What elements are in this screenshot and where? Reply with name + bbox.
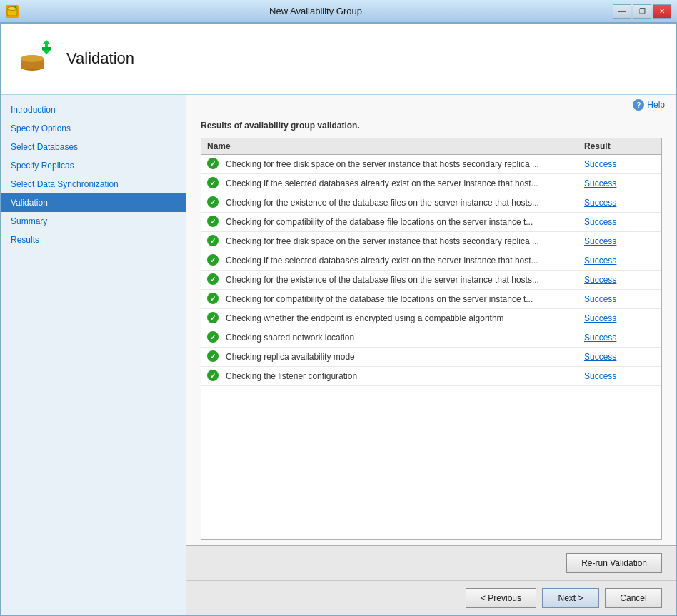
- success-icon: ✓: [207, 331, 220, 344]
- row-result[interactable]: Success: [584, 256, 656, 266]
- success-icon: ✓: [207, 177, 220, 190]
- page-header: Validation: [1, 24, 676, 95]
- table-body: ✓Checking for free disk space on the ser…: [201, 155, 661, 386]
- previous-button[interactable]: < Previous: [466, 588, 536, 608]
- sidebar-item-results[interactable]: Results: [1, 231, 186, 249]
- help-label: Help: [647, 100, 665, 110]
- row-result[interactable]: Success: [584, 313, 656, 323]
- success-icon: ✓: [207, 235, 220, 248]
- success-icon: ✓: [207, 158, 220, 171]
- footer: Re-run Validation < Previous Next > Canc…: [186, 545, 676, 615]
- success-icon: ✓: [207, 273, 220, 286]
- table-row[interactable]: ✓Checking for compatibility of the datab…: [201, 213, 661, 232]
- row-name: Checking the listener configuration: [226, 371, 584, 381]
- row-name: Checking for free disk space on the serv…: [226, 159, 584, 169]
- table-header: Name Result: [201, 138, 661, 155]
- row-name: Checking shared network location: [226, 333, 584, 343]
- row-name: Checking replica availability mode: [226, 352, 584, 362]
- success-icon: ✓: [207, 312, 220, 325]
- restore-button[interactable]: ❐: [633, 4, 651, 19]
- help-icon: ?: [633, 99, 644, 111]
- header-icon: [15, 39, 55, 79]
- footer-rerun: Re-run Validation: [186, 546, 676, 581]
- table-row[interactable]: ✓Checking for the existence of the datab…: [201, 193, 661, 213]
- content-area: ? Help Results of availability group val…: [186, 95, 676, 615]
- sidebar-item-specify-options[interactable]: Specify Options: [1, 119, 186, 138]
- section-description: Results of availability group validation…: [201, 121, 662, 131]
- page-title: Validation: [66, 49, 134, 68]
- sidebar-item-select-data-sync[interactable]: Select Data Synchronization: [1, 175, 186, 193]
- content-header: ? Help: [186, 95, 676, 115]
- row-result[interactable]: Success: [584, 275, 656, 285]
- sidebar-item-validation[interactable]: Validation: [1, 193, 186, 212]
- row-name: Checking for the existence of the databa…: [226, 275, 584, 285]
- table-row[interactable]: ✓Checking replica availability modeSucce…: [201, 348, 661, 367]
- content-body: Results of availability group validation…: [186, 115, 676, 545]
- rerun-validation-button[interactable]: Re-run Validation: [566, 553, 662, 573]
- svg-rect-10: [42, 47, 51, 50]
- cancel-button[interactable]: Cancel: [605, 588, 662, 608]
- table-row[interactable]: ✓Checking if the selected databases alre…: [201, 174, 661, 193]
- table-row[interactable]: ✓Checking for compatibility of the datab…: [201, 290, 661, 309]
- window-title: New Availability Group: [19, 6, 613, 16]
- row-result[interactable]: Success: [584, 352, 656, 362]
- svg-point-6: [21, 55, 44, 62]
- col-result-header: Result: [584, 141, 656, 151]
- table-row[interactable]: ✓Checking if the selected databases alre…: [201, 251, 661, 271]
- success-icon: ✓: [207, 254, 220, 267]
- table-row[interactable]: ✓Checking shared network locationSuccess: [201, 328, 661, 348]
- row-name: Checking for the existence of the databa…: [226, 198, 584, 208]
- window-controls: — ❐ ✕: [613, 4, 671, 19]
- row-result[interactable]: Success: [584, 371, 656, 381]
- validation-table: Name Result ✓Checking for free disk spac…: [201, 138, 662, 540]
- table-row[interactable]: ✓Checking the listener configurationSucc…: [201, 367, 661, 386]
- row-result[interactable]: Success: [584, 333, 656, 343]
- body-container: Introduction Specify Options Select Data…: [1, 95, 676, 615]
- row-result[interactable]: Success: [584, 198, 656, 208]
- success-icon: ✓: [207, 370, 220, 383]
- sidebar-item-select-databases[interactable]: Select Databases: [1, 138, 186, 156]
- minimize-button[interactable]: —: [613, 4, 631, 19]
- table-row[interactable]: ✓Checking for free disk space on the ser…: [201, 155, 661, 174]
- row-name: Checking for compatibility of the databa…: [226, 217, 584, 227]
- row-name: Checking if the selected databases alrea…: [226, 256, 584, 266]
- table-row[interactable]: ✓Checking whether the endpoint is encryp…: [201, 309, 661, 328]
- row-name: Checking if the selected databases alrea…: [226, 178, 584, 188]
- close-button[interactable]: ✕: [653, 4, 671, 19]
- sidebar-item-specify-replicas[interactable]: Specify Replicas: [1, 156, 186, 175]
- success-icon: ✓: [207, 216, 220, 228]
- help-link[interactable]: ? Help: [633, 99, 665, 111]
- sidebar: Introduction Specify Options Select Data…: [1, 95, 186, 615]
- row-name: Checking whether the endpoint is encrypt…: [226, 313, 584, 323]
- table-row[interactable]: ✓Checking for the existence of the datab…: [201, 271, 661, 290]
- footer-buttons: < Previous Next > Cancel: [186, 581, 676, 615]
- svg-marker-7: [42, 40, 51, 44]
- success-icon: ✓: [207, 196, 220, 209]
- sidebar-item-summary[interactable]: Summary: [1, 212, 186, 231]
- svg-marker-8: [42, 50, 51, 54]
- table-row[interactable]: ✓Checking for free disk space on the ser…: [201, 232, 661, 251]
- row-name: Checking for compatibility of the databa…: [226, 294, 584, 304]
- success-icon: ✓: [207, 293, 220, 306]
- row-result[interactable]: Success: [584, 294, 656, 304]
- main-window: Validation Introduction Specify Options …: [0, 23, 677, 616]
- title-bar: New Availability Group — ❐ ✕: [0, 0, 677, 23]
- sidebar-item-introduction[interactable]: Introduction: [1, 101, 186, 119]
- col-name-header: Name: [207, 141, 584, 151]
- row-result[interactable]: Success: [584, 159, 656, 169]
- next-button[interactable]: Next >: [542, 588, 599, 608]
- row-result[interactable]: Success: [584, 217, 656, 227]
- success-icon: ✓: [207, 350, 220, 363]
- row-name: Checking for free disk space on the serv…: [226, 236, 584, 246]
- row-result[interactable]: Success: [584, 178, 656, 188]
- row-result[interactable]: Success: [584, 236, 656, 246]
- app-icon: [6, 5, 19, 18]
